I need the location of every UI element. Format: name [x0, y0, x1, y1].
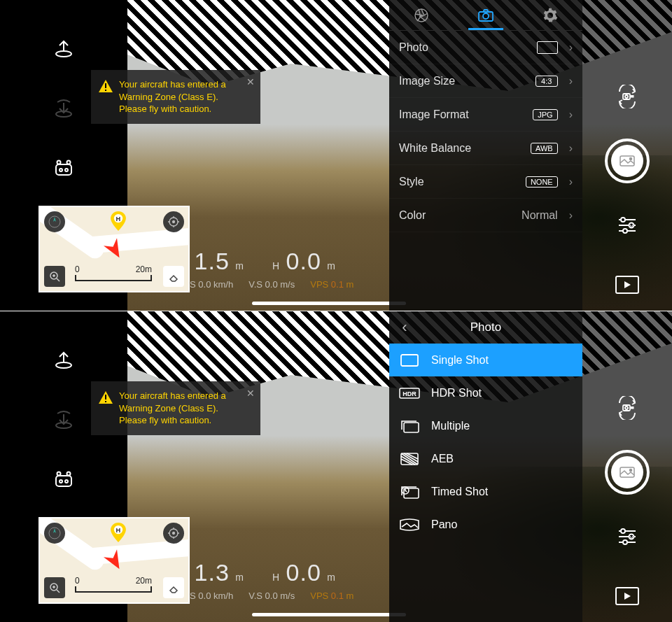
setting-label: Image Format	[399, 108, 527, 121]
pano-icon	[399, 517, 420, 532]
chevron-right-icon: ›	[569, 75, 573, 87]
switch-photo-video-icon[interactable]	[615, 395, 640, 420]
map-center-button[interactable]	[163, 211, 184, 232]
right-toolbar: M	[582, 311, 672, 622]
warning-close-button[interactable]: ✕	[246, 76, 255, 89]
mode-label: Single Shot	[431, 354, 489, 367]
takeoff-icon[interactable]	[51, 346, 76, 372]
map-clear-button[interactable]	[163, 266, 184, 287]
photo-mode-multiple[interactable]: Multiple	[389, 409, 582, 442]
warning-close-button[interactable]: ✕	[246, 387, 255, 400]
setting-label: Image Size	[399, 75, 530, 87]
svg-rect-51	[631, 407, 634, 409]
remote-controller-icon[interactable]	[51, 155, 76, 181]
setting-label: Color	[399, 209, 516, 222]
return-home-icon[interactable]	[51, 95, 76, 120]
photo-mode-single-shot[interactable]: Single Shot	[389, 344, 582, 376]
svg-point-23	[621, 218, 625, 222]
map-zoom-button[interactable]	[44, 266, 65, 287]
shutter-button[interactable]	[605, 450, 650, 495]
settings-sliders-icon[interactable]: M	[615, 213, 640, 238]
svg-point-19	[625, 95, 628, 98]
setting-row-style[interactable]: StyleNONE›	[389, 165, 582, 199]
remote-controller-icon[interactable]	[51, 467, 76, 492]
map-zoom-button[interactable]	[44, 577, 65, 598]
photo-mode-pano[interactable]: Pano	[389, 508, 582, 541]
chevron-right-icon: ›	[569, 108, 573, 121]
minimap[interactable]: H 020m	[38, 206, 190, 292]
setting-value: 4:3	[536, 76, 558, 87]
svg-point-50	[625, 407, 628, 409]
svg-point-0	[56, 51, 71, 57]
svg-text:HDR: HDR	[402, 390, 416, 397]
photo-mode-aeb[interactable]: AEB	[389, 442, 582, 475]
tab-gear[interactable]	[529, 8, 571, 23]
shutter-button[interactable]	[605, 139, 650, 183]
map-compass-button[interactable]	[44, 211, 65, 232]
chevron-right-icon: ›	[569, 176, 573, 188]
photo-mode-hdr-shot[interactable]: HDRHDR Shot	[389, 376, 582, 409]
home-indicator	[252, 613, 406, 616]
right-toolbar: M	[582, 0, 672, 311]
screen-camera-settings: APAS Your aircraft has entered a Warning…	[0, 0, 672, 311]
chevron-right-icon: ›	[569, 142, 573, 155]
map-compass-button[interactable]	[44, 523, 65, 544]
setting-value	[537, 41, 558, 54]
camera-settings-panel: Photo›Image Size4:3›Image FormatJPG›Whit…	[389, 0, 582, 311]
setting-row-image-format[interactable]: Image FormatJPG›	[389, 98, 582, 132]
svg-point-27	[56, 362, 71, 368]
mode-label: Timed Shot	[431, 486, 488, 498]
home-indicator	[252, 302, 406, 305]
settings-tabs	[389, 0, 582, 31]
svg-rect-8	[105, 90, 106, 91]
svg-rect-42	[401, 355, 418, 366]
map-scale: 020m	[75, 264, 152, 281]
photo-mode-panel: ‹ Photo Single ShotHDRHDR ShotMultipleAE…	[389, 311, 582, 622]
switch-photo-video-icon[interactable]	[615, 84, 640, 109]
setting-row-image-size[interactable]: Image Size4:3›	[389, 64, 582, 98]
takeoff-icon[interactable]	[51, 35, 76, 60]
hdr-icon: HDR	[399, 386, 420, 401]
setting-row-color[interactable]: ColorNormal›	[389, 199, 582, 232]
single-icon	[399, 353, 420, 368]
setting-label: Style	[399, 176, 520, 188]
svg-rect-47	[404, 488, 419, 498]
setting-row-photo[interactable]: Photo›	[389, 31, 582, 64]
svg-text:M: M	[630, 535, 634, 539]
setting-value: Normal	[522, 209, 558, 222]
map-clear-button[interactable]	[163, 577, 184, 598]
aircraft-arrow-icon	[103, 549, 127, 573]
chevron-right-icon: ›	[569, 209, 573, 222]
screen-photo-modes: APAS Your aircraft has entered a Warning…	[0, 311, 672, 622]
telemetry-readout: D 1.5 m H 0.0 m H.S 0.0 km/h V.S 0.0 m/s…	[181, 248, 354, 290]
settings-sliders-icon[interactable]: M	[615, 524, 640, 549]
photo-mode-timed-shot[interactable]: Timed Shot	[389, 475, 582, 508]
svg-point-5	[59, 169, 62, 171]
home-marker-icon: H	[108, 211, 128, 231]
svg-point-30	[57, 472, 61, 476]
telemetry-readout: D 1.3 m H 0.0 m H.S 0.0 km/h V.S 0.0 m/s…	[181, 559, 354, 601]
playback-button[interactable]	[615, 276, 639, 294]
tab-aperture[interactable]	[400, 8, 442, 23]
setting-value: AWB	[531, 143, 558, 154]
svg-point-54	[621, 529, 625, 533]
timed-icon	[399, 484, 420, 500]
tab-camera[interactable]	[465, 8, 507, 22]
svg-point-22	[630, 158, 632, 160]
warning-icon	[98, 78, 113, 94]
panel-title: Photo	[420, 320, 552, 334]
setting-label: Photo	[399, 41, 531, 54]
aircraft-arrow-icon	[103, 238, 127, 262]
map-scale: 020m	[75, 576, 152, 593]
playback-button[interactable]	[615, 587, 639, 605]
svg-text:H: H	[116, 527, 121, 534]
minimap[interactable]: H 020m	[38, 517, 190, 604]
setting-row-white-balance[interactable]: White BalanceAWB›	[389, 132, 582, 165]
svg-text:M: M	[630, 224, 634, 228]
svg-point-17	[483, 13, 489, 19]
back-button[interactable]: ‹	[389, 318, 420, 337]
svg-point-31	[67, 472, 71, 476]
map-center-button[interactable]	[163, 523, 184, 544]
return-home-icon[interactable]	[51, 407, 76, 432]
svg-point-57	[623, 540, 627, 544]
